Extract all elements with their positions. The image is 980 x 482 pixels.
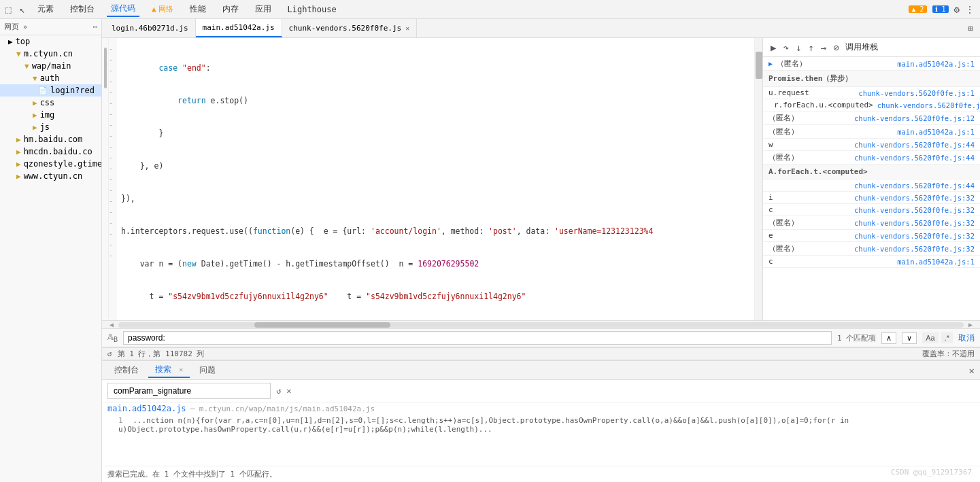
tab-more-btn[interactable]: ⊞	[964, 24, 977, 33]
cs-file-link[interactable]: main.ad51042a.js:1	[897, 258, 975, 266]
sidebar-item-m-ctyun[interactable]: ▼ m.ctyun.cn	[0, 48, 101, 60]
toolbar-tab-network[interactable]: ▲ 网络	[148, 3, 178, 16]
search-input[interactable]	[123, 331, 832, 345]
cs-item-i[interactable]: i chunk-vendors.5620f0fe.js:32	[763, 192, 980, 204]
cs-file-link[interactable]: chunk-vendors.5620f0fe.js:44	[854, 141, 975, 149]
scrollbar-thumb[interactable]	[254, 322, 390, 328]
scroll-right-btn[interactable]: ▶	[964, 321, 977, 328]
bottom-search-clear-btn[interactable]: ✕	[286, 386, 291, 396]
cs-item-u-request[interactable]: u.request chunk-vendors.5620f0fe.js:1	[763, 87, 980, 99]
cs-file-link[interactable]: chunk-vendors.5620f0fe.js:1	[877, 101, 980, 109]
folder-open-icon: ▼	[16, 50, 21, 58]
sidebar-item-www-ctyun[interactable]: ▶ www.ctyun.cn	[0, 170, 101, 182]
code-line: var n = (new Date).getTime() - h.getTime…	[117, 258, 754, 269]
cs-item-anonymous-2[interactable]: （匿名） chunk-vendors.5620f0fe.js:12	[763, 111, 980, 125]
device-icon[interactable]: ⬚	[5, 4, 11, 15]
toolbar-tab-performance[interactable]: 性能	[186, 2, 210, 16]
tab-chunk-vendors-js[interactable]: chunk-vendors.5620f0fe.js ✕	[282, 19, 418, 37]
cs-file-link[interactable]: chunk-vendors.5620f0fe.js:32	[854, 206, 975, 214]
sidebar-item-wap-main[interactable]: ▼ wap/main	[0, 60, 101, 72]
bottom-search-input[interactable]	[107, 383, 271, 399]
horizontal-scrollbar[interactable]: ◀ ▶	[102, 320, 980, 328]
vertical-scrollbar-right[interactable]	[754, 38, 762, 320]
sidebar-item-top[interactable]: ▶ top	[0, 35, 101, 48]
sidebar-item-css[interactable]: ▶ css	[0, 97, 101, 109]
sidebar-item-login-red[interactable]: 📄 login?red	[0, 84, 101, 97]
code-content[interactable]: case "end": return e.stop() } }, e) }), …	[117, 38, 754, 320]
bottom-tab-issues[interactable]: 问题	[192, 363, 222, 377]
bottom-tab-search[interactable]: 搜索 ✕	[148, 362, 190, 378]
sidebar-item-img[interactable]: ▶ img	[0, 109, 101, 121]
cs-file-link[interactable]: chunk-vendors.5620f0fe.js:32	[854, 219, 975, 227]
tab-close-btn[interactable]: ✕	[405, 24, 409, 32]
cs-item-e[interactable]: e chunk-vendors.5620f0fe.js:32	[763, 230, 980, 242]
folder-icon: ▶	[16, 172, 21, 181]
bottom-tab-search-close[interactable]: ✕	[179, 366, 183, 373]
cs-item-anonymous-5[interactable]: （匿名） chunk-vendors.5620f0fe.js:32	[763, 216, 980, 230]
sidebar-item-hm-baidu[interactable]: ▶ hm.baidu.com	[0, 133, 101, 145]
cs-item-r-foreach[interactable]: r.forEach.u.<computed> chunk-vendors.562…	[763, 99, 980, 111]
step-out-btn[interactable]: ↑	[806, 42, 815, 53]
scroll-left-btn[interactable]: ◀	[105, 321, 118, 328]
cs-file-link[interactable]: chunk-vendors.5620f0fe.js:44	[854, 182, 975, 190]
result-filename[interactable]: main.ad51042a.js	[107, 404, 186, 413]
call-stack-header: ▶ ↷ ↓ ↑ → ⊘ 调用堆栈	[763, 38, 980, 57]
bottom-tab-console[interactable]: 控制台	[107, 363, 146, 377]
step-into-btn[interactable]: ↓	[794, 42, 803, 53]
search-next-btn[interactable]: ∨	[902, 332, 917, 344]
scrollbar-track[interactable]	[118, 322, 964, 328]
cs-item-anonymous-4[interactable]: （匿名） chunk-vendors.5620f0fe.js:44	[763, 151, 980, 165]
toolbar-tab-console[interactable]: 控制台	[66, 2, 99, 16]
cs-file-link[interactable]: chunk-vendors.5620f0fe.js:12	[854, 114, 975, 122]
cs-file-link[interactable]: chunk-vendors.5620f0fe.js:32	[854, 194, 975, 202]
sidebar-chevron[interactable]: »	[23, 23, 27, 31]
sidebar-item-js[interactable]: ▶ js	[0, 121, 101, 133]
search-result-code-line[interactable]: 1 ...nction n(n){for(var r,a,c=n[0],u=n[…	[102, 415, 980, 435]
step-over-btn[interactable]: ↷	[781, 42, 790, 53]
search-case-sensitive-btn[interactable]: Aa	[922, 332, 938, 343]
cs-item-c2[interactable]: c main.ad51042a.js:1	[763, 256, 980, 268]
sidebar-more-btn[interactable]: ⋯	[92, 22, 97, 31]
bottom-panel-close-btn[interactable]: ✕	[969, 365, 975, 376]
file-icon: 📄	[38, 86, 48, 95]
cs-item-anonymous-3[interactable]: （匿名） main.ad51042a.js:1	[763, 125, 980, 139]
vertical-scrollbar-left[interactable]	[102, 38, 109, 320]
code-line: return e.stop()	[117, 95, 754, 106]
search-prev-btn[interactable]: ∧	[881, 332, 896, 344]
sidebar-item-hmcdn[interactable]: ▶ hmcdn.baidu.co	[0, 145, 101, 158]
toolbar-tab-application[interactable]: 应用	[251, 2, 275, 16]
status-refresh-icon[interactable]: ↺	[107, 349, 112, 358]
bottom-search-refresh-icon[interactable]: ↺	[276, 386, 281, 396]
toolbar-tab-memory[interactable]: 内存	[218, 2, 243, 16]
inspect-icon[interactable]: ↖	[19, 4, 24, 15]
cs-section-a-foreach: A.forEach.t.<computed>	[763, 165, 980, 179]
deactivate-btn[interactable]: ⊘	[831, 42, 841, 53]
cs-item-w[interactable]: w chunk-vendors.5620f0fe.js:44	[763, 139, 980, 151]
cs-file-link[interactable]: chunk-vendors.5620f0fe.js:32	[854, 232, 975, 240]
sidebar-item-auth[interactable]: ▼ auth	[0, 72, 101, 84]
cs-file-link[interactable]: chunk-vendors.5620f0fe.js:32	[854, 245, 975, 253]
sidebar-item-label: auth	[40, 73, 60, 83]
toolbar-tab-elements[interactable]: 元素	[33, 2, 58, 16]
cs-item-anonymous-1[interactable]: ▶ （匿名） main.ad51042a.js:1	[763, 57, 980, 71]
tab-login-js[interactable]: login.46b0271d.js	[105, 19, 196, 37]
toolbar-tab-sources[interactable]: 源代码	[107, 1, 139, 17]
cs-file-link[interactable]: chunk-vendors.5620f0fe.js:1	[858, 89, 975, 97]
more-icon[interactable]: ⋮	[965, 4, 975, 15]
cs-file-link[interactable]: chunk-vendors.5620f0fe.js:44	[854, 154, 975, 162]
settings-icon[interactable]: ⚙	[954, 4, 960, 15]
cs-file-link[interactable]: main.ad51042a.js:1	[897, 128, 975, 136]
resume-btn[interactable]: ▶	[768, 42, 778, 53]
cs-item-c[interactable]: c chunk-vendors.5620f0fe.js:32	[763, 204, 980, 216]
toolbar-tab-lighthouse[interactable]: Lighthouse	[284, 3, 341, 16]
sidebar-item-label: login?red	[50, 86, 95, 95]
cs-item-computed[interactable]: chunk-vendors.5620f0fe.js:44	[763, 179, 980, 192]
sidebar-item-qzonestyle[interactable]: ▶ qzonestyle.gtime	[0, 158, 101, 170]
search-regex-btn[interactable]: .*	[941, 332, 953, 343]
cs-item-anonymous-6[interactable]: （匿名） chunk-vendors.5620f0fe.js:32	[763, 242, 980, 256]
search-cancel-btn[interactable]: 取消	[958, 332, 975, 344]
cs-file-link[interactable]: main.ad51042a.js:1	[897, 60, 975, 68]
cs-func-name: w	[768, 140, 773, 149]
tab-main-js[interactable]: main.ad51042a.js	[196, 19, 282, 37]
step-btn[interactable]: →	[819, 42, 828, 53]
